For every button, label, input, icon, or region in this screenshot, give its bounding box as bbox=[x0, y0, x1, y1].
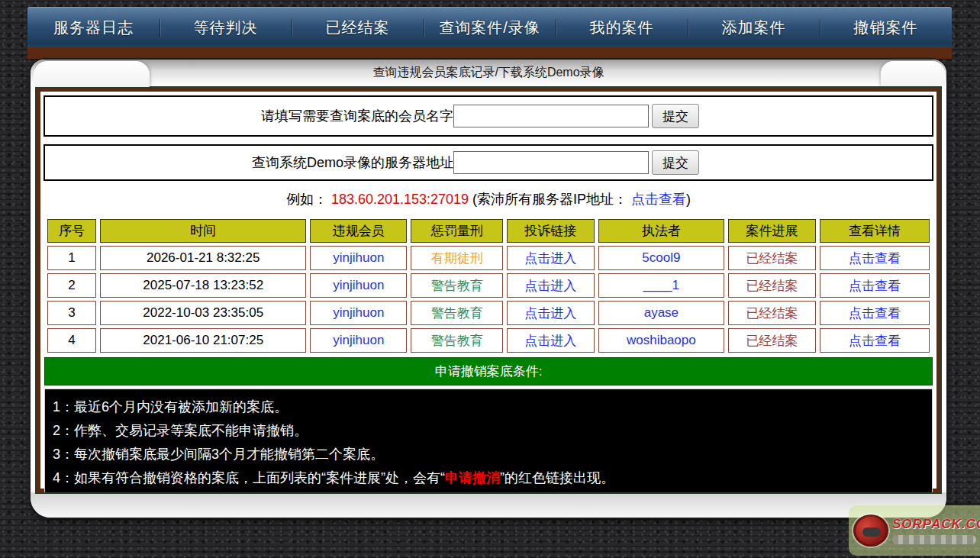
watermark-text-wrap: SORPACK.COM bbox=[892, 517, 980, 544]
complaint-link[interactable]: 点击进入 bbox=[524, 251, 576, 266]
cell-enforcer: woshibaopo bbox=[598, 328, 724, 353]
cell-index: 4 bbox=[47, 328, 96, 353]
main-content-box: 请填写需要查询案底的会员名字 提交 查询系统Demo录像的服务器地址 提交 例如… bbox=[37, 88, 940, 492]
nav-underline-band bbox=[27, 47, 952, 60]
cell-complaint: 点击进入 bbox=[507, 273, 595, 298]
page-title: 查询违规会员案底记录/下载系统Demo录像 bbox=[372, 65, 604, 81]
cell-penalty: 有期徒刑 bbox=[411, 246, 502, 270]
cell-progress: 已经结案 bbox=[728, 273, 816, 298]
complaint-link[interactable]: 点击进入 bbox=[524, 279, 576, 293]
nav-item-revoke-case[interactable]: 撤销案件 bbox=[820, 13, 952, 43]
cell-index: 1 bbox=[47, 246, 96, 270]
rule-4-prefix: 4：如果有符合撤销资格的案底，上面列表的“案件进展”处，会有“ bbox=[53, 470, 445, 485]
cell-member: yinjihuon bbox=[310, 246, 407, 270]
member-link[interactable]: yinjihuon bbox=[333, 333, 384, 347]
detail-link[interactable]: 点击查看 bbox=[849, 306, 901, 321]
member-query-form: 请填写需要查询案底的会员名字 提交 bbox=[44, 95, 933, 137]
cell-progress: 已经结案 bbox=[728, 246, 816, 270]
server-query-input[interactable] bbox=[453, 151, 649, 174]
member-query-input[interactable] bbox=[453, 105, 649, 127]
nav-item-pending[interactable]: 等待判决 bbox=[160, 13, 292, 43]
rule-4-suffix: ”的红色链接出现。 bbox=[500, 470, 614, 485]
cell-detail: 点击查看 bbox=[820, 273, 930, 298]
cell-progress: 已经结案 bbox=[728, 328, 816, 353]
cell-enforcer: 5cool9 bbox=[598, 246, 724, 270]
member-link[interactable]: yinjihuon bbox=[333, 250, 384, 265]
cell-time: 2026-01-21 8:32:25 bbox=[100, 246, 306, 270]
cell-enforcer: ____1 bbox=[598, 273, 724, 298]
header-enforcer: 执法者 bbox=[598, 219, 724, 243]
table-row: 1 2026-01-21 8:32:25 yinjihuon 有期徒刑 点击进入… bbox=[47, 246, 930, 270]
member-query-submit-button[interactable]: 提交 bbox=[652, 104, 699, 128]
rule-2: 2：作弊、交易记录等案底不能申请撤销。 bbox=[53, 419, 924, 443]
nav-item-server-logs[interactable]: 服务器日志 bbox=[27, 13, 160, 43]
rule-1: 1：最近6个月内没有被添加新的案底。 bbox=[53, 395, 924, 419]
cell-detail: 点击查看 bbox=[820, 246, 930, 270]
rule-3: 3：每次撤销案底最少间隔3个月才能撤销第二个案底。 bbox=[53, 443, 924, 466]
server-query-form: 查询系统Demo录像的服务器地址 提交 bbox=[44, 144, 933, 181]
panel-header: 查询违规会员案底记录/下载系统Demo录像 bbox=[31, 60, 946, 85]
member-query-label: 请填写需要查询案底的会员名字 bbox=[50, 107, 453, 125]
cell-time: 2021-06-10 21:07:25 bbox=[100, 328, 306, 353]
complaint-link[interactable]: 点击进入 bbox=[524, 306, 576, 321]
site-watermark: SORPACK.COM bbox=[849, 505, 980, 556]
watermark-logo-icon bbox=[853, 514, 888, 547]
revoke-conditions-banner: 申请撤销案底条件: bbox=[44, 357, 933, 385]
cell-complaint: 点击进入 bbox=[507, 301, 595, 325]
example-prefix: 例如： bbox=[286, 192, 331, 207]
header-time: 时间 bbox=[100, 219, 306, 243]
panel-corner-left bbox=[34, 61, 150, 87]
rule-4-highlight: 申请撤消 bbox=[445, 470, 500, 485]
rule-4: 4：如果有符合撤销资格的案底，上面列表的“案件进展”处，会有“申请撤消”的红色链… bbox=[53, 466, 924, 490]
enforcer-link[interactable]: ____1 bbox=[643, 278, 679, 292]
cell-complaint: 点击进入 bbox=[507, 246, 595, 270]
server-query-submit-button[interactable]: 提交 bbox=[652, 150, 699, 175]
top-navbar: 服务器日志 等待判决 已经结案 查询案件/录像 我的案件 添加案件 撤销案件 bbox=[27, 7, 952, 47]
detail-link[interactable]: 点击查看 bbox=[849, 334, 901, 348]
enforcer-link[interactable]: woshibaopo bbox=[627, 333, 696, 347]
table-row: 3 2022-10-03 23:35:05 yinjihuon 警告教育 点击进… bbox=[47, 301, 930, 325]
watermark-text: SORPACK.COM bbox=[892, 517, 980, 532]
cell-penalty: 警告教育 bbox=[411, 328, 502, 353]
revoke-rules-box: 1：最近6个月内没有被添加新的案底。 2：作弊、交易记录等案底不能申请撤销。 3… bbox=[44, 389, 933, 498]
cell-member: yinjihuon bbox=[310, 301, 407, 325]
cell-time: 2022-10-03 23:35:05 bbox=[100, 301, 306, 325]
table-header-row: 序号 时间 违规会员 惩罚量刑 投诉链接 执法者 案件进展 查看详情 bbox=[47, 219, 930, 243]
complaint-link[interactable]: 点击进入 bbox=[524, 334, 576, 348]
header-index: 序号 bbox=[47, 219, 96, 243]
cell-member: yinjihuon bbox=[310, 328, 407, 353]
member-link[interactable]: yinjihuon bbox=[333, 278, 384, 292]
example-line: 例如： 183.60.201.153:27019 (索沛所有服务器IP地址： 点… bbox=[44, 190, 933, 208]
view-all-servers-link[interactable]: 点击查看 bbox=[631, 192, 686, 207]
detail-link[interactable]: 点击查看 bbox=[849, 251, 901, 266]
cell-member: yinjihuon bbox=[310, 273, 407, 298]
enforcer-link[interactable]: ayase bbox=[644, 305, 679, 320]
enforcer-link[interactable]: 5cool9 bbox=[642, 250, 680, 265]
cell-index: 3 bbox=[47, 301, 96, 325]
nav-item-closed-cases[interactable]: 已经结案 bbox=[292, 13, 424, 43]
cell-complaint: 点击进入 bbox=[507, 328, 595, 353]
cell-penalty: 警告教育 bbox=[411, 301, 502, 325]
member-link[interactable]: yinjihuon bbox=[333, 305, 384, 320]
cell-progress: 已经结案 bbox=[728, 301, 816, 325]
detail-link[interactable]: 点击查看 bbox=[849, 279, 901, 293]
header-detail: 查看详情 bbox=[820, 219, 930, 243]
nav-item-my-cases[interactable]: 我的案件 bbox=[556, 13, 688, 43]
case-records-table: 序号 时间 违规会员 惩罚量刑 投诉链接 执法者 案件进展 查看详情 1 202… bbox=[44, 216, 933, 356]
content-panel: 查询违规会员案底记录/下载系统Demo录像 请填写需要查询案底的会员名字 提交 … bbox=[31, 60, 946, 518]
cell-time: 2025-07-18 13:23:52 bbox=[100, 273, 306, 298]
nav-menu: 服务器日志 等待判决 已经结案 查询案件/录像 我的案件 添加案件 撤销案件 bbox=[27, 13, 952, 43]
cell-index: 2 bbox=[47, 273, 96, 298]
cell-detail: 点击查看 bbox=[820, 301, 930, 325]
header-complaint: 投诉链接 bbox=[507, 219, 595, 243]
watermark-subtext-decoration bbox=[892, 535, 976, 544]
nav-item-add-case[interactable]: 添加案件 bbox=[688, 13, 820, 43]
example-mid: (索沛所有服务器IP地址： bbox=[469, 192, 631, 207]
example-suffix: ) bbox=[686, 192, 691, 207]
example-ip-address: 183.60.201.153:27019 bbox=[331, 192, 469, 207]
nav-item-query-cases[interactable]: 查询案件/录像 bbox=[424, 13, 556, 43]
panel-bottom-strip bbox=[31, 492, 946, 518]
server-query-label: 查询系统Demo录像的服务器地址 bbox=[50, 153, 453, 172]
cell-detail: 点击查看 bbox=[820, 328, 930, 353]
cell-enforcer: ayase bbox=[598, 301, 724, 325]
